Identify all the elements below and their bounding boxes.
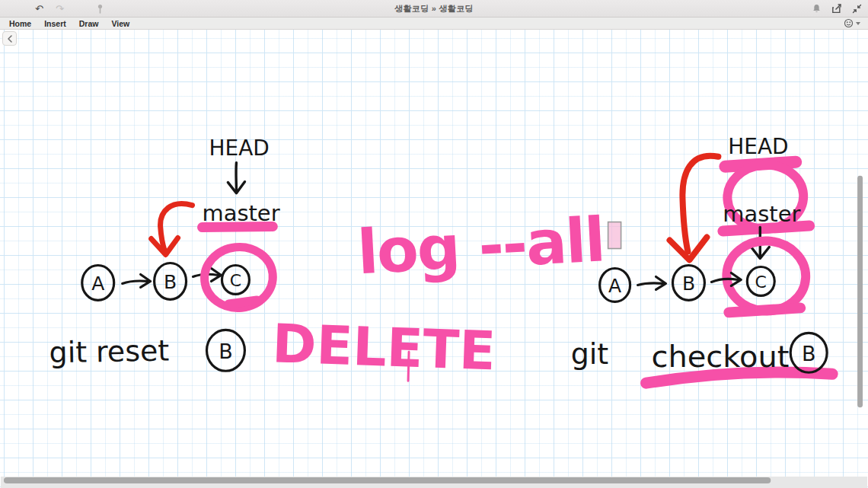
note-canvas[interactable]: HEAD master A B C git reset B log [0, 30, 868, 488]
window-title: 생활코딩 » 생활코딩 [0, 3, 868, 14]
horizontal-scrollbar-thumb[interactable] [4, 477, 771, 483]
delete-marker-text[interactable]: DELETE [271, 312, 496, 381]
right-marker-bar-bottom [729, 308, 800, 312]
left-marker-blob [228, 300, 257, 304]
vertical-scrollbar-thumb[interactable] [857, 176, 863, 407]
right-commit-a-label: A [608, 275, 621, 297]
right-command-text[interactable]: git [571, 337, 608, 371]
right-arg-label: B [802, 342, 815, 365]
feedback-control[interactable] [844, 18, 860, 28]
menubar: Home Insert Draw View [0, 18, 868, 30]
ink-selection-box[interactable] [608, 222, 621, 249]
right-edge-a-b[interactable] [638, 283, 663, 285]
share-icon[interactable] [831, 3, 842, 14]
left-edge-a-b[interactable] [123, 281, 148, 284]
left-branch-label[interactable]: master [203, 200, 280, 226]
chevron-down-icon [856, 22, 860, 25]
right-command-verb[interactable]: checkout [652, 339, 790, 374]
right-marker-bar-mid [723, 226, 809, 231]
tab-insert[interactable]: Insert [44, 19, 66, 28]
left-head-label[interactable]: HEAD [209, 136, 269, 161]
left-commit-a-label: A [91, 273, 104, 295]
right-branch-label[interactable]: master [723, 201, 800, 227]
tab-view[interactable]: View [111, 19, 129, 28]
ink-drawing-layer[interactable]: HEAD master A B C git reset B log [0, 30, 868, 488]
left-git-diagram[interactable]: HEAD master A B C git reset B [49, 136, 279, 372]
center-marker-notes[interactable]: log --all DELETE [271, 204, 621, 381]
left-commit-b-label: B [164, 271, 177, 293]
bell-icon[interactable] [812, 3, 822, 14]
tab-home[interactable]: Home [9, 19, 31, 28]
left-master-highlight[interactable] [203, 227, 273, 228]
left-command-text[interactable]: git reset [49, 334, 169, 370]
smiley-icon[interactable] [844, 18, 854, 28]
titlebar: ↶ ↷ 생활코딩 » 생활코딩 [0, 0, 868, 18]
right-commit-b-label: B [682, 273, 695, 295]
right-git-diagram[interactable]: HEAD master A B C git checkout [571, 134, 832, 383]
marker-stray-stroke [408, 352, 409, 381]
left-commit-c-label: C [230, 271, 241, 290]
left-arg-label: B [219, 340, 232, 363]
right-red-arrow[interactable] [682, 156, 718, 252]
tab-draw[interactable]: Draw [79, 19, 99, 28]
log-all-marker-text[interactable]: log --all [356, 204, 606, 288]
right-commit-c-label: C [755, 273, 767, 292]
right-head-label[interactable]: HEAD [728, 134, 788, 159]
collapse-icon[interactable] [852, 4, 862, 14]
